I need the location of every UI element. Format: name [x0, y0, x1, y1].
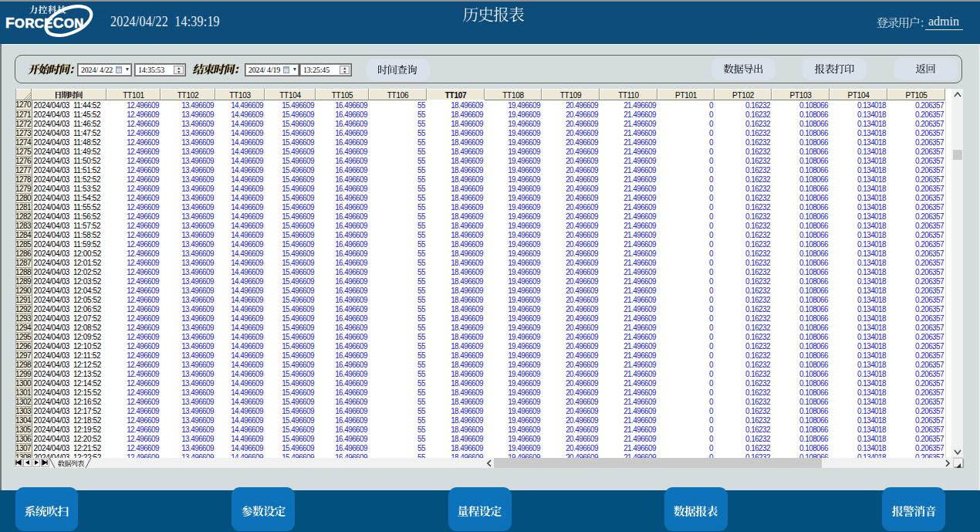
svg-text:FORCECON: FORCECON — [5, 15, 84, 31]
